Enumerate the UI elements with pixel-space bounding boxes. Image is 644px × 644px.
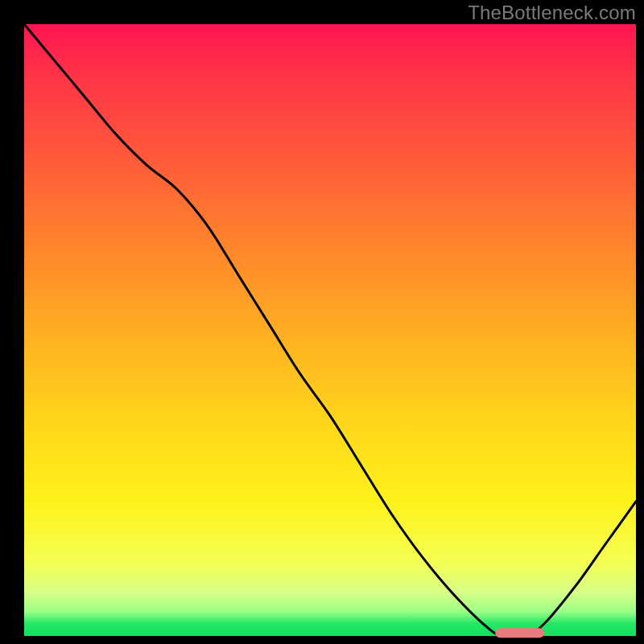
watermark-text: TheBottleneck.com — [468, 2, 636, 24]
bottleneck-curve-path — [24, 24, 636, 638]
plot-area — [24, 24, 636, 636]
chart-container: TheBottleneck.com — [0, 0, 644, 644]
curve-svg — [24, 24, 636, 636]
optimal-range-marker — [495, 628, 544, 638]
